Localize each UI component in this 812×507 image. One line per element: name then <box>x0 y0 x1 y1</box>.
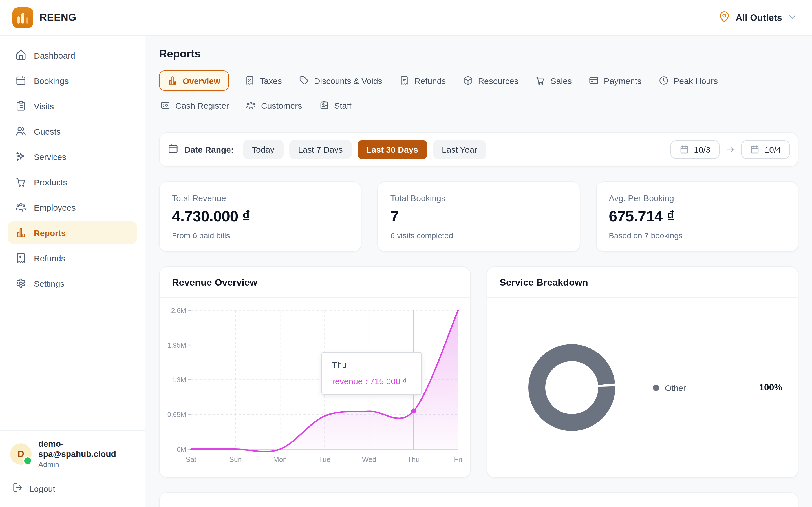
legend-dot <box>653 385 659 391</box>
stat-value: 7 <box>391 208 567 225</box>
sparkles-icon <box>15 151 27 162</box>
stat-card-total-bookings: Total Bookings76 visits completed <box>377 181 580 252</box>
tab-discounts-voids[interactable]: Discounts & Voids <box>298 71 384 90</box>
svg-text:Tue: Tue <box>319 455 331 463</box>
legend-item-other[interactable]: Other 100% <box>653 383 782 393</box>
gear-icon <box>15 278 27 289</box>
date-range-label: Date Range: <box>167 143 234 156</box>
tab-staff[interactable]: Staff <box>318 96 352 115</box>
tab-label: Taxes <box>260 76 282 86</box>
sidebar-item-label: Products <box>34 177 67 187</box>
logout-button[interactable]: Logout <box>0 476 145 507</box>
cart-icon <box>15 176 27 187</box>
sidebar-item-label: Visits <box>34 101 54 111</box>
stat-value: 4.730.000 ₫ <box>172 208 349 225</box>
tab-sales[interactable]: Sales <box>534 71 573 90</box>
stat-label: Total Revenue <box>172 193 349 203</box>
service-donut-chart[interactable] <box>522 338 621 437</box>
tab-resources[interactable]: Resources <box>462 71 519 90</box>
reports-page: Reports OverviewTaxesDiscounts & VoidsRe… <box>146 36 812 507</box>
tooltip-value: revenue : 715.000 ₫ <box>332 376 411 386</box>
chart-bars-icon <box>15 227 27 238</box>
report-tabs: OverviewTaxesDiscounts & VoidsRefundsRes… <box>159 70 799 115</box>
range-preset-last-30-days[interactable]: Last 30 Days <box>357 140 427 159</box>
tab-label: Overview <box>183 76 220 86</box>
sidebar-item-reports[interactable]: Reports <box>8 221 137 244</box>
svg-text:0.65M: 0.65M <box>167 411 186 418</box>
calendar-icon <box>750 145 760 154</box>
tab-overview[interactable]: Overview <box>159 70 229 91</box>
svg-text:Sat: Sat <box>186 455 196 463</box>
end-date-input[interactable]: 10/4 <box>741 140 790 159</box>
brand-logo-icon <box>12 7 33 28</box>
sidebar-item-bookings[interactable]: Bookings <box>8 69 137 92</box>
avatar: D <box>10 443 32 464</box>
cart-icon <box>536 75 546 86</box>
sidebar-item-label: Bookings <box>34 76 68 86</box>
cash-register-icon <box>160 100 170 110</box>
sidebar-item-products[interactable]: Products <box>8 171 137 193</box>
stats-row: Total Revenue4.730.000 ₫From 6 paid bill… <box>159 181 799 252</box>
svg-text:0M: 0M <box>177 445 186 453</box>
sidebar-item-services[interactable]: Services <box>8 145 137 168</box>
sidebar-item-label: Dashboard <box>34 50 75 60</box>
tab-label: Resources <box>478 76 518 86</box>
tab-refunds[interactable]: Refunds <box>398 71 447 90</box>
svg-text:Sun: Sun <box>229 455 242 463</box>
sidebar-footer: D demo-spa@spahub.cloud Admin Logout <box>0 431 145 507</box>
sidebar-item-label: Settings <box>34 279 64 288</box>
tab-peak-hours[interactable]: Peak Hours <box>657 71 719 90</box>
tab-taxes[interactable]: Taxes <box>243 71 283 90</box>
tab-label: Discounts & Voids <box>314 76 382 86</box>
arrow-right-icon <box>725 145 735 155</box>
end-date-value: 10/4 <box>765 145 781 154</box>
sidebar-item-dashboard[interactable]: Dashboard <box>8 44 137 66</box>
clipboard-icon <box>15 100 27 112</box>
sidebar-item-visits[interactable]: Visits <box>8 95 137 117</box>
legend-label: Other <box>665 383 686 392</box>
tab-label: Customers <box>261 101 302 110</box>
service-breakdown-card: Service Breakdown Other 100% <box>487 267 799 478</box>
credit-card-icon <box>589 75 599 86</box>
tabs-divider <box>159 123 799 123</box>
tab-label: Peak Hours <box>673 76 718 86</box>
users-icon <box>15 126 27 137</box>
tab-label: Sales <box>551 76 572 86</box>
tab-label: Cash Register <box>175 101 229 110</box>
logout-icon <box>12 482 23 493</box>
technician-performance-card: Technician Performance <box>159 492 799 507</box>
range-preset-today[interactable]: Today <box>243 140 283 159</box>
users-group-icon <box>246 100 256 110</box>
user-profile[interactable]: D demo-spa@spahub.cloud Admin <box>0 431 145 476</box>
date-range-bar: Date Range: TodayLast 7 DaysLast 30 Days… <box>159 132 799 167</box>
receipt-refund-icon <box>399 75 409 86</box>
online-status-dot <box>23 456 32 465</box>
sidebar-item-refunds[interactable]: Refunds <box>8 247 137 269</box>
sidebar: REENG DashboardBookingsVisitsGuestsServi… <box>0 0 146 507</box>
sidebar-item-guests[interactable]: Guests <box>8 120 137 143</box>
sidebar-item-settings[interactable]: Settings <box>8 272 137 295</box>
calendar-icon <box>167 143 179 154</box>
tab-customers[interactable]: Customers <box>245 96 303 115</box>
users-group-icon <box>15 202 27 213</box>
calendar-icon <box>679 145 689 154</box>
svg-text:Wed: Wed <box>362 455 376 463</box>
id-badge-icon <box>319 100 329 110</box>
stat-sub: From 6 paid bills <box>172 231 349 240</box>
sidebar-item-label: Services <box>34 152 66 161</box>
revenue-line-chart[interactable]: 0M0.65M1.3M1.95M2.6MSatSunMonTueWedThuFr… <box>160 298 470 477</box>
avatar-initial: D <box>17 449 24 459</box>
sidebar-item-label: Employees <box>34 203 75 212</box>
range-preset-last-year[interactable]: Last Year <box>433 140 486 159</box>
range-preset-last-7-days[interactable]: Last 7 Days <box>289 140 352 159</box>
svg-text:Mon: Mon <box>273 455 287 463</box>
tab-payments[interactable]: Payments <box>588 71 643 90</box>
svg-text:1.95M: 1.95M <box>167 341 186 349</box>
receipt-percent-icon <box>245 75 255 86</box>
legend-value: 100% <box>759 383 782 393</box>
sidebar-item-employees[interactable]: Employees <box>8 196 137 219</box>
outlet-selector[interactable]: All Outlets <box>719 11 797 25</box>
start-date-input[interactable]: 10/3 <box>670 140 719 159</box>
user-role: Admin <box>38 460 135 469</box>
tab-cash-register[interactable]: Cash Register <box>159 96 230 115</box>
